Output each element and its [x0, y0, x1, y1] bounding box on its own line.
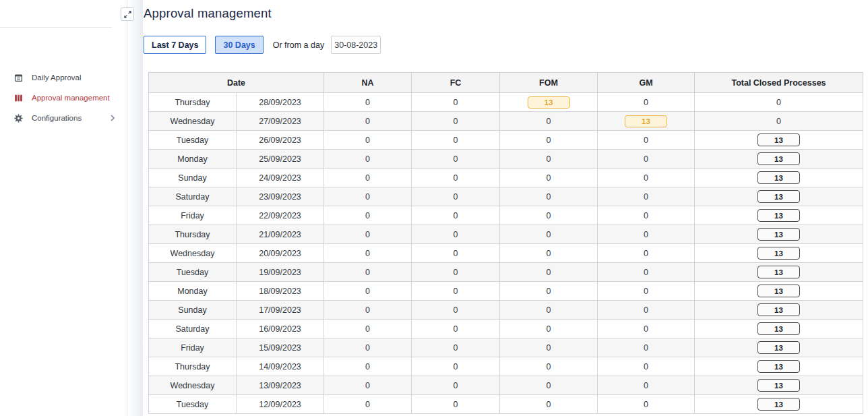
fom-cell: 0 [500, 376, 598, 395]
total-closed-button[interactable]: 13 [757, 379, 800, 392]
table-row: Monday25/09/2023000013 [149, 150, 863, 169]
gm-cell: 0 [598, 338, 695, 357]
total-cell: 13 [695, 338, 863, 357]
total-closed-button[interactable]: 13 [757, 285, 800, 297]
gm-cell: 0 [598, 357, 695, 376]
fom-cell: 0 [500, 187, 598, 206]
total-closed-button[interactable]: 13 [757, 152, 800, 165]
date-cell: 22/09/2023 [237, 206, 324, 225]
fom-cell: 13 [500, 93, 598, 112]
collapse-arrows-icon [124, 11, 131, 18]
total-closed-button[interactable]: 13 [757, 190, 800, 203]
date-cell: 23/09/2023 [237, 187, 324, 206]
sidebar-item-label: Approval management [32, 94, 110, 102]
pending-count-badge[interactable]: 13 [528, 96, 570, 109]
sidebar-item-daily-approval[interactable]: Daily Approval [0, 67, 127, 88]
day-cell: Wednesday [149, 244, 237, 263]
day-cell: Wednesday [149, 376, 237, 395]
total-cell: 13 [695, 357, 863, 376]
na-cell: 0 [324, 301, 412, 320]
day-cell: Thursday [149, 357, 237, 376]
gm-cell: 0 [598, 244, 695, 263]
na-cell: 0 [324, 376, 412, 395]
app-root: Daily ApprovalApproval managementConfigu… [0, 0, 868, 416]
date-input[interactable] [331, 36, 381, 54]
day-cell: Sunday [149, 169, 237, 187]
chevron-right-icon [108, 114, 117, 122]
total-cell: 13 [695, 206, 863, 225]
total-closed-button[interactable]: 13 [757, 133, 800, 146]
sidebar-item-approval-management[interactable]: Approval management [0, 88, 127, 108]
table-row: Tuesday26/09/2023000013 [149, 131, 863, 150]
fom-cell: 0 [500, 320, 598, 338]
total-closed-button[interactable]: 13 [757, 303, 800, 316]
date-cell: 14/09/2023 [237, 357, 324, 376]
fom-cell: 0 [500, 357, 598, 376]
date-cell: 26/09/2023 [237, 131, 324, 150]
day-cell: Friday [149, 206, 237, 225]
total-closed-button[interactable]: 13 [757, 341, 800, 354]
day-cell: Monday [149, 150, 237, 169]
gm-cell: 0 [598, 169, 695, 187]
pending-count-badge[interactable]: 13 [625, 115, 667, 127]
fom-cell: 0 [500, 225, 598, 244]
total-cell: 13 [695, 150, 863, 169]
date-cell: 25/09/2023 [237, 150, 324, 169]
date-cell: 15/09/2023 [237, 338, 324, 357]
total-cell: 0 [695, 112, 863, 131]
table-row: Wednesday13/09/2023000013 [149, 376, 863, 395]
na-cell: 0 [324, 282, 412, 301]
total-closed-button[interactable]: 13 [757, 247, 800, 260]
date-cell: 24/09/2023 [237, 169, 324, 187]
fc-cell: 0 [412, 206, 500, 225]
sidebar-item-configurations[interactable]: Configurations [0, 108, 127, 128]
table-row: Friday15/09/2023000013 [149, 338, 863, 357]
na-cell: 0 [324, 131, 412, 150]
fc-cell: 0 [412, 131, 500, 150]
sidebar-shadow [127, 0, 143, 416]
total-cell: 13 [695, 301, 863, 320]
total-closed-button[interactable]: 13 [757, 360, 800, 373]
date-cell: 21/09/2023 [237, 225, 324, 244]
day-cell: Tuesday [149, 131, 237, 150]
table-row: Sunday24/09/2023000013 [149, 169, 863, 187]
na-cell: 0 [324, 357, 412, 376]
date-cell: 28/09/2023 [237, 93, 324, 112]
total-closed-button[interactable]: 13 [757, 266, 800, 278]
fc-cell: 0 [412, 338, 500, 357]
column-header-fc: FC [412, 73, 500, 93]
total-cell: 13 [695, 169, 863, 187]
date-cell: 17/09/2023 [237, 301, 324, 320]
table-row: Friday22/09/2023000013 [149, 206, 863, 225]
sidebar-menu: Daily ApprovalApproval managementConfigu… [0, 28, 127, 128]
total-closed-button[interactable]: 13 [757, 398, 800, 411]
gm-cell: 0 [598, 131, 695, 150]
day-cell: Monday [149, 282, 237, 301]
30-days-button[interactable]: 30 Days [215, 36, 263, 54]
total-closed-button[interactable]: 13 [757, 322, 800, 335]
collapse-sidebar-button[interactable] [121, 7, 134, 21]
total-cell: 13 [695, 376, 863, 395]
total-cell: 13 [695, 225, 863, 244]
na-cell: 0 [324, 93, 412, 112]
table-row: Tuesday12/09/2023000013 [149, 395, 863, 414]
na-cell: 0 [324, 169, 412, 187]
table-row: Saturday16/09/2023000013 [149, 320, 863, 338]
total-closed-button[interactable]: 13 [757, 228, 800, 241]
total-closed-button[interactable]: 13 [757, 209, 800, 222]
day-cell: Tuesday [149, 263, 237, 282]
total-cell: 0 [695, 93, 863, 112]
fom-cell: 0 [500, 169, 598, 187]
daily-approval-icon [13, 73, 23, 82]
or-from-a-day-label: Or from a day [273, 40, 324, 50]
total-closed-button[interactable]: 13 [757, 171, 800, 184]
gm-cell: 0 [598, 263, 695, 282]
fc-cell: 0 [412, 93, 500, 112]
gm-cell: 0 [598, 320, 695, 338]
fom-cell: 0 [500, 301, 598, 320]
sidebar-header [0, 0, 127, 28]
table-row: Monday18/09/2023000013 [149, 282, 863, 301]
column-header-gm: GM [598, 73, 695, 93]
last-7-days-button[interactable]: Last 7 Days [144, 36, 206, 54]
na-cell: 0 [324, 187, 412, 206]
